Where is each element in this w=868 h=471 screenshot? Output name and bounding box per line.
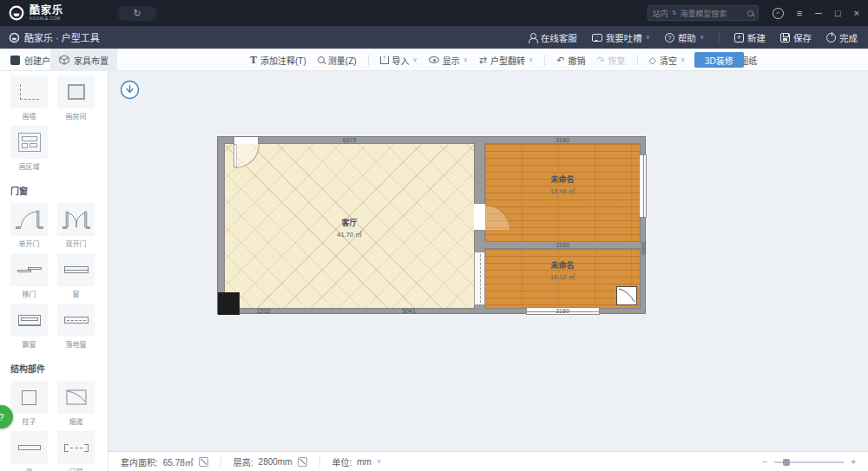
sidebar-item-single-door[interactable]: 单开门 [10, 203, 48, 248]
sync-icon[interactable]: ^ [773, 8, 784, 19]
menu-bar: 酷家乐 · 户型工具 在线客服 ··· 我要吐槽 ∨ ? 帮助 ∨ + 新建 [0, 26, 868, 49]
maximize-icon[interactable]: □ [835, 8, 841, 18]
sidebar-item-draw-wall[interactable]: 画墙 [10, 75, 48, 121]
edit-area-icon[interactable] [199, 457, 208, 467]
text-icon: T [250, 55, 257, 65]
app-window: 酷家乐 KUJIALE.COM ‹ ↻ 站内 ⇅ 海量模型搜索 ^ ≡ ─ □ … [0, 0, 868, 471]
sidebar-item-draw-area[interactable]: 画区域 [10, 126, 48, 171]
divider [719, 32, 720, 43]
sidebar-item-draw-room[interactable]: 画房间 [57, 75, 95, 121]
brand-subtitle: KUJIALE.COM [30, 17, 63, 22]
bay-window-icon [18, 315, 41, 326]
chevron-down-icon: ∨ [464, 56, 468, 63]
room-living[interactable] [225, 144, 474, 308]
cube-icon [59, 55, 69, 65]
dimension-mid-right-room: 3180 [485, 241, 640, 249]
search-placeholder: 海量模型搜索 [681, 8, 727, 19]
zoom-slider-track[interactable] [774, 461, 844, 463]
online-support-button[interactable]: 在线客服 [528, 31, 577, 44]
french-window-icon [64, 317, 89, 324]
import-button[interactable]: ↑ 导入 ∨ [380, 54, 418, 67]
add-annotation-button[interactable]: T 添加注释(T) [250, 54, 306, 67]
new-button[interactable]: + 新建 [734, 31, 766, 44]
toolbar: 创建户型 家具布置 T 添加注释(T) 测量(Z) ↑ 导入 ∨ [0, 49, 868, 71]
sidebar: 画墙 画房间 画区域 门窗 [0, 71, 108, 471]
3d-decorate-button[interactable]: 3D装修 [694, 52, 744, 68]
refresh-icon[interactable]: ↻ [133, 8, 141, 19]
dimension-bottom-center: 5041 [322, 308, 496, 315]
dimension-top-right-room: 3180 [485, 137, 640, 144]
window-icon [64, 266, 89, 273]
pillar[interactable] [218, 292, 240, 315]
sidebar-item-bay-window[interactable]: 飘窗 [10, 304, 48, 349]
entrance-door-opening[interactable] [233, 137, 259, 144]
flue[interactable] [616, 286, 637, 305]
inner-area-group: 套内面积: 65.78㎡ [108, 455, 220, 468]
chevron-down-icon: ∨ [681, 56, 685, 63]
floorplan[interactable]: 客厅 41.70 ㎡ 未命名 13.96 ㎡ 未命名 10.12 ㎡ 6375 … [217, 136, 646, 314]
tab-furniture-layout[interactable]: 家具布置 [50, 49, 117, 71]
chevron-down-icon: ∨ [700, 34, 704, 41]
sidebar-item-double-door[interactable]: 双开门 [57, 203, 95, 248]
bedroom-door-opening[interactable] [474, 203, 485, 231]
floor-height-value: 2800mm [259, 457, 293, 467]
zoom-in-button[interactable]: + [851, 457, 856, 467]
close-icon[interactable]: × [854, 8, 859, 18]
measure-icon [318, 56, 325, 63]
display-button[interactable]: 显示 ∨ [429, 54, 468, 67]
compass-north-icon[interactable] [120, 80, 140, 100]
status-bar: 套内面积: 65.78㎡ 层高: 2800mm 单位: mm ∨ − + [108, 451, 868, 471]
floorplan-canvas[interactable]: 客厅 41.70 ㎡ 未命名 13.96 ㎡ 未命名 10.12 ㎡ 6375 … [108, 71, 868, 451]
flip-floorplan-button[interactable]: ⇄ 户型翻转 ∨ [479, 54, 533, 67]
edit-floor-height-icon[interactable] [298, 457, 307, 467]
search-scope[interactable]: 站内 [653, 8, 668, 19]
toolbar-actions: T 添加注释(T) 测量(Z) ↑ 导入 ∨ 显示 ∨ ⇄ 户型翻转 ∨ [250, 49, 757, 71]
sidebar-item-flue[interactable]: 烟道 [57, 381, 95, 426]
history-nav: ‹ ↻ [117, 6, 157, 21]
minimize-icon[interactable]: ─ [815, 8, 822, 18]
floor-height-group: 层高: 2800mm [221, 455, 319, 468]
redo-button[interactable]: ↷ 恢复 [596, 54, 625, 67]
draw-wall-icon [20, 84, 39, 100]
sliding-door[interactable] [474, 252, 485, 305]
save-button[interactable]: 保存 [780, 31, 812, 44]
chevron-down-icon: ∨ [377, 458, 381, 465]
redo-icon: ↷ [596, 56, 604, 65]
search-icon[interactable] [747, 10, 753, 16]
menu-right-group: 在线客服 ··· 我要吐槽 ∨ ? 帮助 ∨ + 新建 保存 [528, 31, 868, 44]
sidebar-item-beam[interactable]: 梁 [10, 431, 48, 471]
app-title-text: 酷家乐 · 户型工具 [24, 30, 100, 44]
sliding-door-icon [17, 266, 42, 274]
sidebar-item-doorway[interactable]: 门洞 [57, 431, 95, 471]
window-bottom-wall[interactable] [526, 307, 600, 315]
menu-icon[interactable]: ≡ [797, 8, 802, 18]
app-title: 酷家乐 · 户型工具 [0, 30, 100, 44]
undo-button[interactable]: ↶ 撤销 [556, 54, 585, 67]
chevron-down-icon: ∨ [646, 34, 650, 41]
sidebar-item-french-window[interactable]: 落地窗 [57, 304, 95, 349]
finish-button[interactable]: 完成 [826, 31, 858, 44]
pillar-icon [22, 390, 36, 405]
help-button[interactable]: ? 帮助 ∨ [665, 31, 704, 44]
sidebar-item-pillar[interactable]: 柱子 [10, 381, 48, 426]
speech-bubble-icon: ··· [592, 34, 602, 42]
unit-group[interactable]: 单位: mm ∨ [320, 455, 394, 468]
scope-sort-icon[interactable]: ⇅ [672, 10, 677, 16]
floorplan-icon [10, 56, 20, 65]
feedback-button[interactable]: ··· 我要吐槽 ∨ [592, 31, 650, 44]
measure-button[interactable]: 测量(Z) [318, 54, 357, 67]
sidebar-item-sliding-door[interactable]: 移门 [10, 253, 48, 298]
section-title-structural: 结构部件 [0, 353, 108, 376]
clear-button[interactable]: ◇ 清空 ∨ [649, 54, 686, 67]
sidebar-item-window[interactable]: 窗 [57, 253, 95, 298]
zoom-out-button[interactable]: − [762, 457, 767, 467]
double-door-icon [62, 208, 91, 231]
model-search-input[interactable]: 站内 ⇅ 海量模型搜索 [648, 5, 759, 21]
window-right-wall[interactable] [639, 154, 647, 218]
chevron-down-icon: ∨ [529, 56, 533, 63]
draw-tools-group: 画墙 画房间 画区域 [0, 71, 108, 175]
eye-icon [429, 56, 439, 63]
person-icon [528, 33, 537, 43]
zoom-control: − + [762, 452, 856, 471]
zoom-slider-handle[interactable] [783, 459, 790, 466]
